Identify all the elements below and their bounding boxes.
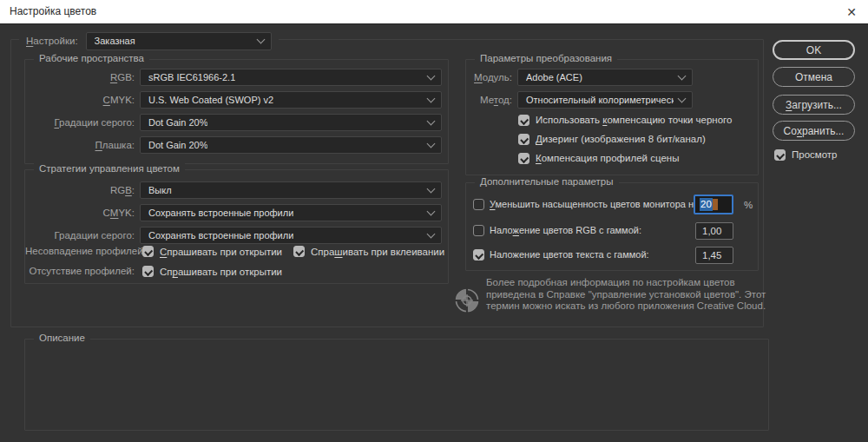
black-point-compensation-label[interactable]: Использовать компенсацию точки черного	[536, 114, 732, 127]
missing-ask-when-opening-checkbox[interactable]	[142, 266, 154, 277]
chevron-down-icon	[678, 71, 687, 80]
desaturate-percent-input[interactable]: 20	[694, 195, 733, 214]
save-button[interactable]: Сохранить...	[773, 121, 855, 141]
desaturate-monitor-checkbox[interactable]	[473, 199, 484, 210]
spot-label: Плашка:	[25, 136, 135, 154]
cmyk-dropdown[interactable]: U.S. Web Coated (SWOP) v2	[140, 91, 442, 109]
engine-value: Adobe (ACE)	[526, 72, 582, 82]
engine-dropdown[interactable]: Adobe (ACE)	[517, 69, 693, 86]
description-group: Описание	[24, 339, 769, 431]
policy-rgb-value: Выкл	[148, 185, 172, 195]
policy-rgb-dropdown[interactable]: Выкл	[140, 181, 442, 199]
intent-label: Метод:	[469, 91, 512, 109]
ask-when-pasting-checkbox[interactable]	[293, 246, 305, 257]
policy-rgb-label: RGB:	[25, 181, 135, 199]
help-note-line2: приведена в Справке "управление установк…	[486, 289, 777, 301]
policy-gray-value: Сохранять встроенные профили	[148, 230, 293, 241]
dither-checkbox[interactable]	[518, 134, 529, 145]
profile-mismatch-label: Несовпадение профилей:	[25, 245, 135, 258]
blend-text-gamma-checkbox[interactable]	[473, 249, 484, 261]
ask-when-pasting-label[interactable]: Спрашивать при вклеивании	[311, 246, 444, 259]
desaturate-monitor-label[interactable]: Уменьшить насыщенность цветов монитора н…	[490, 198, 701, 211]
intent-dropdown[interactable]: Относительный колориметрический	[517, 91, 693, 109]
cmyk-label: CMYK:	[25, 91, 135, 109]
spot-dropdown[interactable]: Dot Gain 20%	[140, 136, 442, 154]
help-note-line1: Более подробная информация по настройкам…	[486, 277, 777, 289]
rgb-dropdown[interactable]: sRGB IEC61966-2.1	[140, 69, 442, 86]
advanced-title: Дополнительные параметры	[475, 176, 619, 187]
percent-suffix: %	[744, 196, 753, 214]
chevron-down-icon	[427, 71, 436, 80]
text-cursor	[713, 199, 718, 210]
chevron-down-icon	[427, 94, 436, 102]
chevron-down-icon	[678, 94, 687, 102]
intent-value: Относительный колориметрический	[526, 95, 674, 105]
policy-gray-dropdown[interactable]: Сохранять встроенные профили	[140, 227, 442, 244]
policy-cmyk-value: Сохранять встроенные профили	[148, 208, 293, 218]
close-icon: ✕	[846, 6, 857, 18]
description-title: Описание	[34, 333, 90, 343]
policies-title: Стратегии управления цветом	[34, 163, 185, 174]
close-button[interactable]: ✕	[835, 0, 868, 23]
blend-rgb-gamma-input[interactable]: 1,00	[695, 222, 733, 240]
load-button[interactable]: Загрузить...	[773, 95, 855, 115]
working-spaces-group: Рабочие пространства RGB: sRGB IEC61966-…	[24, 59, 449, 164]
cancel-button[interactable]: Отмена	[773, 67, 855, 87]
policy-gray-label: Градации серого:	[25, 227, 135, 244]
gray-label: Градации серого:	[25, 114, 135, 131]
conversion-title: Параметры преобразования	[475, 53, 617, 63]
gray-dropdown[interactable]: Dot Gain 20%	[140, 114, 442, 131]
dither-label[interactable]: Дизеринг (изображения 8 бит/канал)	[536, 133, 706, 146]
policies-group: Стратегии управления цветом RGB: Выкл CM…	[24, 169, 449, 284]
scene-profiles-label[interactable]: Компенсация профилей сцены	[536, 152, 679, 165]
ask-when-opening-label[interactable]: Спрашивать при открытии	[160, 246, 282, 259]
blend-text-gamma-input[interactable]: 1,45	[695, 247, 733, 264]
chevron-down-icon	[427, 184, 436, 193]
chevron-down-icon	[427, 229, 436, 238]
cmyk-value: U.S. Web Coated (SWOP) v2	[148, 95, 273, 105]
conversion-group: Параметры преобразования Модуль: Adobe (…	[465, 59, 759, 175]
preview-label[interactable]: Просмотр	[792, 148, 838, 162]
scene-profiles-checkbox[interactable]	[518, 153, 529, 164]
ask-when-opening-checkbox[interactable]	[142, 246, 154, 257]
chevron-down-icon	[427, 207, 436, 215]
ok-button[interactable]: OK	[773, 40, 855, 60]
help-note: Более подробная информация по настройкам…	[486, 277, 777, 313]
preview-checkbox[interactable]	[774, 149, 786, 161]
selected-text: 20	[700, 198, 713, 211]
missing-profiles-label: Отсутствие профилей:	[25, 265, 135, 278]
engine-label: Модуль:	[469, 69, 512, 86]
chevron-down-icon	[427, 116, 436, 125]
policy-cmyk-label: CMYK:	[25, 204, 135, 221]
preset-value: Заказная	[95, 36, 135, 46]
blend-rgb-gamma-label[interactable]: Наложение цветов RGB с гаммой:	[490, 224, 641, 237]
policy-cmyk-dropdown[interactable]: Сохранять встроенные профили	[140, 204, 442, 221]
color-settings-dialog: Настройка цветов ✕ Настройки: Заказная Р…	[0, 0, 868, 442]
black-point-compensation-checkbox[interactable]	[518, 115, 529, 126]
gray-value: Dot Gain 20%	[148, 117, 207, 128]
preset-label: Настройки:	[26, 36, 78, 46]
working-spaces-title: Рабочие пространства	[34, 53, 149, 63]
blend-rgb-gamma-checkbox[interactable]	[473, 225, 484, 236]
chevron-down-icon	[427, 139, 436, 148]
color-management-icon	[452, 286, 482, 315]
advanced-group: Дополнительные параметры Уменьшить насыщ…	[465, 182, 759, 271]
blend-text-gamma-label[interactable]: Наложение цветов текста с гаммой:	[490, 248, 649, 261]
chevron-down-icon	[256, 35, 265, 43]
missing-ask-when-opening-label[interactable]: Спрашивать при открытии	[160, 266, 282, 279]
rgb-label: RGB:	[25, 69, 135, 86]
help-note-line3: термин можно искать из любого приложения…	[486, 300, 777, 313]
window-title: Настройка цветов	[10, 0, 96, 23]
preset-row: Настройки: Заказная	[19, 31, 279, 50]
spot-value: Dot Gain 20%	[148, 140, 207, 150]
preset-dropdown[interactable]: Заказная	[86, 32, 272, 50]
titlebar: Настройка цветов ✕	[0, 0, 868, 24]
rgb-value: sRGB IEC61966-2.1	[148, 72, 235, 82]
